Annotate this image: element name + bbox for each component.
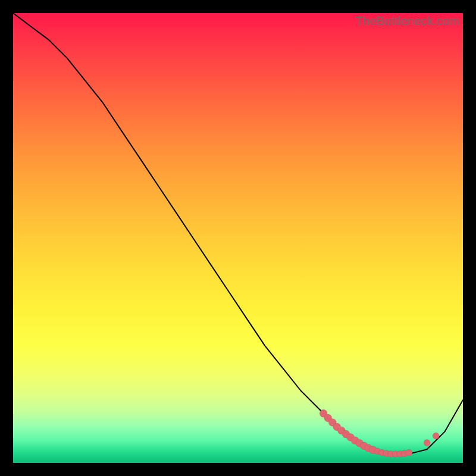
marker-point [424, 440, 430, 446]
marker-point [406, 449, 412, 456]
chart-svg [13, 13, 463, 463]
marker-group [320, 409, 439, 457]
chart-plot-area: TheBottleneck.com [13, 13, 463, 463]
bottleneck-curve [13, 13, 463, 454]
stage: TheBottleneck.com [0, 0, 476, 476]
marker-point [433, 433, 439, 439]
